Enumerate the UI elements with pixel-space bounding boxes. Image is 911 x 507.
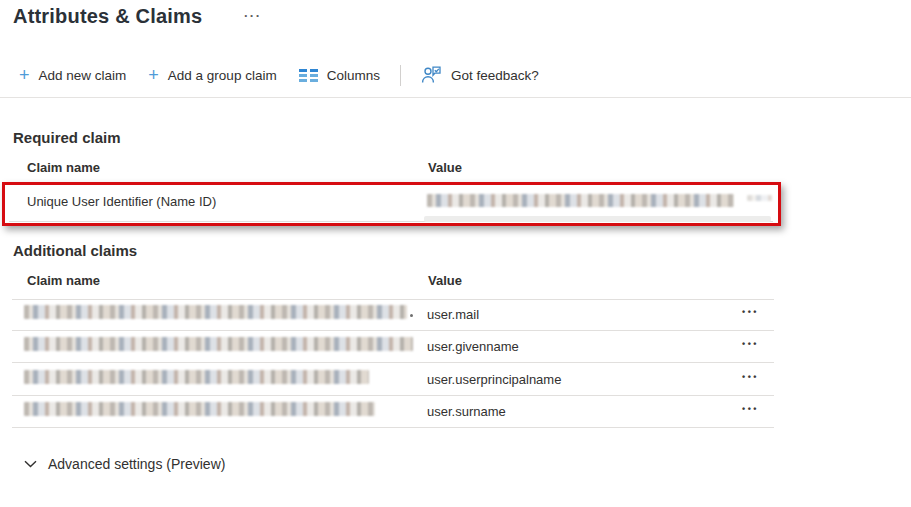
redacted-required-claim-value [427, 194, 734, 207]
redacted-value-bar [424, 216, 771, 222]
claim-value[interactable]: user.surname [427, 404, 506, 419]
advanced-settings-label: Advanced settings (Preview) [48, 456, 225, 472]
command-bar: + Add new claim + Add a group claim Colu… [8, 60, 550, 90]
redacted-value-fragment [747, 195, 772, 201]
claim-value[interactable]: user.givenname [427, 339, 519, 354]
redacted-claim-name [24, 305, 407, 319]
claim-value[interactable]: user.mail [427, 307, 479, 322]
row-menu-button[interactable]: ••• [740, 400, 761, 418]
row-menu-button[interactable]: ••• [740, 335, 761, 353]
claims-table-row[interactable]: user.surname ••• [12, 396, 774, 428]
additional-claims-heading: Additional claims [13, 242, 137, 259]
toolbar-separator [400, 65, 401, 86]
plus-icon: + [19, 68, 30, 82]
chevron-down-icon [24, 460, 37, 468]
claims-table-row[interactable]: user.userprincipalname ••• [12, 364, 774, 396]
required-claim-heading: Required claim [13, 129, 121, 146]
claims-table-row[interactable]: user.givenname ••• [12, 331, 774, 363]
claim-value[interactable]: user.userprincipalname [427, 372, 561, 387]
redacted-claim-name [24, 337, 413, 351]
got-feedback-label: Got feedback? [451, 68, 539, 83]
required-claim-name[interactable]: Unique User Identifier (Name ID) [27, 194, 216, 209]
page-title: Attributes & Claims [13, 5, 202, 28]
title-context-menu-button[interactable]: ··· [244, 8, 262, 23]
columns-label: Columns [327, 68, 380, 83]
add-new-claim-button[interactable]: + Add new claim [8, 63, 137, 88]
got-feedback-button[interactable]: Got feedback? [410, 61, 550, 89]
add-group-claim-label: Add a group claim [168, 68, 277, 83]
additional-claim-name-column-header: Claim name [27, 273, 100, 288]
plus-icon: + [148, 68, 159, 82]
columns-button[interactable]: Columns [288, 63, 391, 88]
columns-icon [299, 69, 318, 82]
required-claim-name-column-header: Claim name [27, 160, 100, 175]
attributes-claims-page: Attributes & Claims ··· + Add new claim … [0, 0, 911, 507]
feedback-icon [421, 66, 442, 84]
row-menu-button[interactable]: ••• [740, 303, 761, 321]
redacted-text-period [410, 314, 413, 317]
claims-table-row[interactable]: user.mail ••• [12, 300, 774, 331]
advanced-settings-toggle[interactable]: Advanced settings (Preview) [24, 456, 225, 472]
row-menu-button[interactable]: ••• [740, 368, 761, 386]
add-group-claim-button[interactable]: + Add a group claim [137, 63, 287, 88]
redacted-claim-name [24, 402, 375, 416]
redacted-claim-name [24, 370, 369, 384]
required-claim-row[interactable]: Unique User Identifier (Name ID) [9, 183, 773, 222]
toolbar-divider [0, 97, 911, 98]
additional-value-column-header: Value [428, 273, 462, 288]
add-new-claim-label: Add new claim [39, 68, 127, 83]
required-value-column-header: Value [428, 160, 462, 175]
